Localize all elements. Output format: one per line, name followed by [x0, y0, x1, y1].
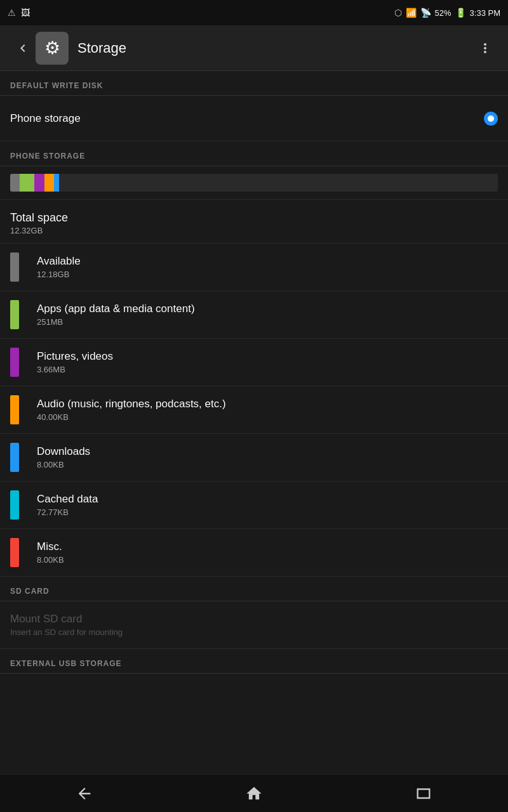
downloads-text: Downloads 8.00KB	[37, 445, 498, 469]
downloads-value: 8.00KB	[37, 460, 498, 469]
apps-text: Apps (app data & media content) 251MB	[37, 303, 498, 327]
status-right: ⬡ 📶 📡 52% 🔋 3:33 PM	[394, 8, 500, 18]
pictures-name: Pictures, videos	[37, 350, 498, 363]
apps-value: 251MB	[37, 317, 498, 327]
apps-swatch	[10, 300, 19, 329]
app-bar: ⚙ Storage	[0, 25, 508, 71]
misc-name: Misc.	[37, 540, 498, 553]
main-content: DEFAULT WRITE DISK Phone storage PHONE S…	[0, 71, 508, 774]
audio-value: 40.00KB	[37, 412, 498, 422]
downloads-swatch	[10, 443, 19, 472]
section-phone-storage: PHONE STORAGE	[0, 141, 508, 166]
warning-icon: ⚠	[8, 8, 16, 18]
battery-percent: 52%	[435, 8, 451, 18]
mount-sd-card-subtitle: Insert an SD card for mounting	[10, 627, 498, 637]
status-bar: ⚠ 🖼 ⬡ 📶 📡 52% 🔋 3:33 PM	[0, 0, 508, 25]
storage-item-apps[interactable]: Apps (app data & media content) 251MB	[0, 291, 508, 339]
home-nav-button[interactable]	[229, 781, 279, 806]
bar-available	[10, 174, 20, 192]
storage-item-misc[interactable]: Misc. 8.00KB	[0, 529, 508, 577]
wifi-icon: 📶	[406, 8, 417, 18]
bluetooth-icon: ⬡	[394, 8, 402, 18]
bar-apps	[20, 174, 34, 192]
radio-inner	[488, 115, 494, 122]
mount-sd-card-label: Mount SD card	[10, 613, 498, 625]
bar-rest	[59, 174, 498, 192]
audio-text: Audio (music, ringtones, podcasts, etc.)…	[37, 398, 498, 422]
app-icon: ⚙	[36, 32, 69, 65]
cached-swatch	[10, 490, 19, 520]
storage-item-cached[interactable]: Cached data 72.77KB	[0, 481, 508, 529]
bar-pictures	[34, 174, 44, 192]
storage-bar-wrapper	[0, 166, 508, 200]
misc-value: 8.00KB	[37, 555, 498, 565]
pictures-swatch	[10, 348, 19, 377]
cached-name: Cached data	[37, 493, 498, 506]
storage-item-audio[interactable]: Audio (music, ringtones, podcasts, etc.)…	[0, 386, 508, 434]
mount-sd-card-item: Mount SD card Insert an SD card for moun…	[0, 601, 508, 649]
apps-name: Apps (app data & media content)	[37, 303, 498, 315]
storage-item-available[interactable]: Available 12.18GB	[0, 244, 508, 291]
misc-swatch	[10, 538, 19, 567]
cached-text: Cached data 72.77KB	[37, 493, 498, 517]
phone-storage-item[interactable]: Phone storage	[0, 96, 508, 141]
time: 3:33 PM	[470, 8, 500, 18]
available-name: Available	[37, 255, 498, 268]
available-text: Available 12.18GB	[37, 255, 498, 279]
overflow-menu-button[interactable]	[472, 36, 498, 61]
downloads-name: Downloads	[37, 445, 498, 458]
signal-icon: 📡	[420, 8, 431, 18]
audio-name: Audio (music, ringtones, podcasts, etc.)	[37, 398, 498, 410]
pictures-value: 3.66MB	[37, 365, 498, 374]
bar-audio	[44, 174, 54, 192]
page-title: Storage	[77, 40, 472, 56]
status-left: ⚠ 🖼	[8, 8, 30, 18]
back-nav-button[interactable]	[59, 781, 110, 806]
available-value: 12.18GB	[37, 270, 498, 279]
total-space-section: Total space 12.32GB	[0, 200, 508, 244]
recents-nav-button[interactable]	[398, 781, 449, 806]
phone-storage-radio[interactable]	[484, 112, 498, 126]
image-icon: 🖼	[21, 8, 30, 18]
storage-item-downloads[interactable]: Downloads 8.00KB	[0, 434, 508, 481]
cached-value: 72.77KB	[37, 508, 498, 517]
phone-storage-label: Phone storage	[10, 112, 484, 125]
section-external-usb: EXTERNAL USB STORAGE	[0, 649, 508, 674]
audio-swatch	[10, 395, 19, 424]
bottom-nav	[0, 774, 508, 812]
storage-item-pictures[interactable]: Pictures, videos 3.66MB	[0, 339, 508, 386]
total-space-label: Total space	[10, 211, 498, 225]
available-swatch	[10, 252, 19, 282]
storage-bar	[10, 174, 498, 192]
misc-text: Misc. 8.00KB	[37, 540, 498, 565]
bar-downloads	[54, 174, 59, 192]
pictures-text: Pictures, videos 3.66MB	[37, 350, 498, 374]
battery-icon: 🔋	[455, 8, 466, 18]
section-sd-card: SD CARD	[0, 577, 508, 601]
back-button[interactable]	[10, 36, 36, 61]
total-space-value: 12.32GB	[10, 226, 498, 235]
section-default-write: DEFAULT WRITE DISK	[0, 71, 508, 96]
